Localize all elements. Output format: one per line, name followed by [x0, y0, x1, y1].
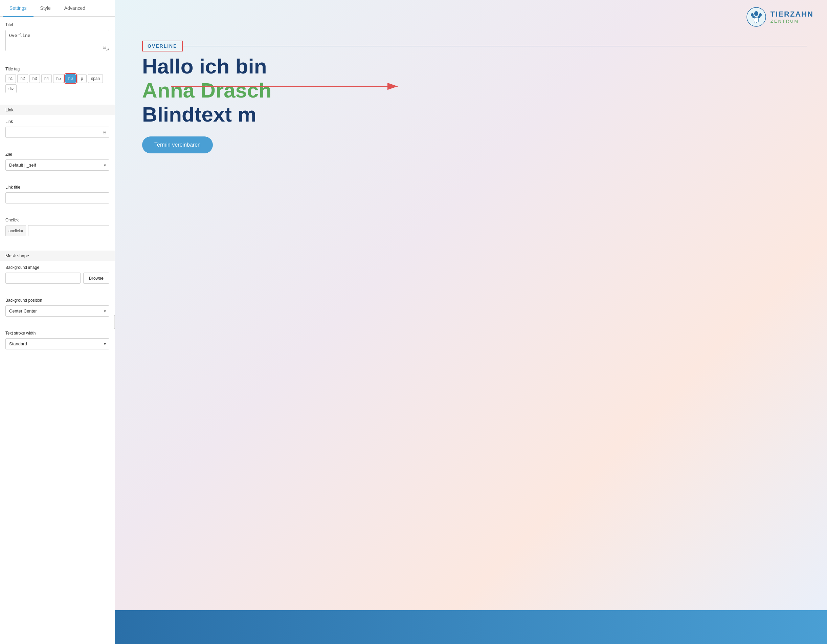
- tag-h1[interactable]: h1: [5, 74, 16, 83]
- heading-line2: Anna Drasch: [142, 78, 807, 102]
- heading-line3: Blindtext m: [142, 102, 807, 126]
- panel-collapse-handle[interactable]: ‹: [114, 315, 115, 329]
- link-label: Link: [5, 119, 109, 124]
- logo-subtitle: ZENTRUM: [771, 19, 813, 24]
- bottom-blue-bar: [115, 610, 827, 644]
- tab-style[interactable]: Style: [33, 0, 58, 17]
- browse-button[interactable]: Browse: [83, 273, 109, 284]
- logo-area: TIERZAHN ZENTRUM: [746, 7, 813, 27]
- bg-image-input[interactable]: [5, 273, 81, 284]
- tag-h4[interactable]: h4: [41, 74, 52, 83]
- tag-h2[interactable]: h2: [17, 74, 28, 83]
- bg-image-label: Background image: [5, 265, 109, 270]
- onclick-prefix-label: onclick=: [5, 225, 26, 236]
- tag-p[interactable]: p: [77, 74, 87, 83]
- overline-text: OVERLINE: [148, 43, 177, 49]
- link-title-label: Link title: [5, 185, 109, 190]
- onclick-label: Onclick: [5, 218, 109, 222]
- svg-point-1: [754, 11, 758, 16]
- link-input[interactable]: [5, 127, 109, 138]
- tierzahn-logo-icon: [746, 7, 766, 27]
- database-icon: ⊟: [103, 44, 106, 50]
- tab-settings[interactable]: Settings: [3, 0, 33, 17]
- title-tag-label: Title tag: [5, 67, 109, 72]
- title-tag-buttons: h1 h2 h3 h4 h5 h6 p span div: [5, 74, 109, 93]
- link-database-icon: ⊟: [103, 130, 106, 135]
- mask-shape-header: Mask shape: [0, 250, 115, 261]
- settings-panel: Settings Style Advanced Titel Overline ⊟…: [0, 0, 115, 644]
- tag-h5[interactable]: h5: [53, 74, 64, 83]
- tag-h3[interactable]: h3: [30, 74, 40, 83]
- tag-h6[interactable]: h6: [65, 74, 76, 83]
- tab-bar: Settings Style Advanced: [0, 0, 115, 17]
- tag-span[interactable]: span: [88, 74, 103, 83]
- bg-position-label: Background position: [5, 298, 109, 303]
- logo-text: TIERZAHN ZENTRUM: [771, 10, 813, 24]
- bg-position-select[interactable]: Center Center Top Left Top Center Top Ri…: [5, 305, 109, 317]
- link-section-header: Link: [0, 105, 115, 115]
- logo-title: TIERZAHN: [771, 10, 813, 19]
- onclick-input[interactable]: [28, 225, 109, 236]
- tab-advanced[interactable]: Advanced: [58, 0, 92, 17]
- website-preview: TIERZAHN ZENTRUM OVERLINE Hallo ich bin …: [115, 0, 827, 644]
- link-title-input[interactable]: [5, 192, 109, 203]
- titel-label: Titel: [5, 22, 109, 27]
- text-stroke-label: Text stroke width: [5, 331, 109, 336]
- ziel-label: Ziel: [5, 152, 109, 157]
- titel-textarea[interactable]: Overline: [5, 30, 109, 51]
- svg-point-5: [758, 16, 760, 18]
- website-header: TIERZAHN ZENTRUM: [115, 0, 827, 34]
- heading-line1: Hallo ich bin: [142, 54, 807, 78]
- cta-button[interactable]: Termin vereinbaren: [142, 136, 213, 153]
- website-main-content: OVERLINE Hallo ich bin Anna Drasch Blind…: [115, 34, 827, 167]
- svg-point-4: [752, 16, 755, 18]
- svg-point-0: [747, 8, 766, 27]
- tag-div[interactable]: div: [5, 84, 17, 93]
- text-stroke-select[interactable]: Standard Thin Medium Thick: [5, 338, 109, 349]
- ziel-select[interactable]: Default | _self _blank _parent _top: [5, 159, 109, 170]
